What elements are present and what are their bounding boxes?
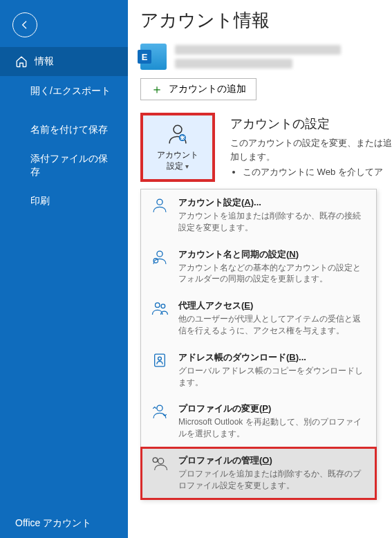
menu-item-manage-profile[interactable]: プロファイルの管理(O) プロファイルを追加または削除するか、既存のプロファイル… [141, 447, 376, 499]
sidebar-item-open-export[interactable]: 開く/エクスポート [0, 76, 128, 105]
account-type-blurred [175, 59, 292, 68]
menu-item-delegate[interactable]: 代理人アクセス(E) 他のユーザーが代理人としてアイテムの受信と返信を行えるよう… [141, 293, 376, 344]
svg-point-8 [158, 357, 162, 360]
account-email-blurred [175, 45, 341, 55]
person-sync-icon [151, 248, 170, 286]
sidebar-label-info: 情報 [35, 55, 54, 68]
back-arrow-icon [19, 19, 30, 30]
profile-switch-icon [151, 402, 170, 440]
back-button[interactable] [12, 12, 37, 37]
menu-title-4: プロファイルの変更(P) [178, 402, 366, 415]
add-account-label: アカウントの追加 [169, 83, 246, 95]
svg-point-9 [157, 405, 162, 411]
svg-point-2 [157, 199, 162, 205]
menu-desc-3: グローバル アドレス帳のコピーをダウンロードします。 [178, 365, 366, 389]
people-icon [151, 299, 170, 337]
sidebar-item-office-account[interactable]: Office アカウント [0, 509, 128, 538]
profile-manage-icon [151, 454, 170, 492]
sidebar-item-save-as[interactable]: 名前を付けて保存 [0, 115, 128, 144]
plus-icon: ＋ [151, 83, 163, 95]
menu-title-3: アドレス帳のダウンロード(B)... [178, 351, 366, 364]
menu-item-name-sync[interactable]: アカウント名と同期の設定(N) アカウント名などの基本的なアカウントの設定とフォ… [141, 241, 376, 293]
add-account-button[interactable]: ＋ アカウントの追加 [140, 78, 256, 100]
svg-point-6 [161, 304, 165, 308]
section-title: アカウントの設定 [230, 115, 392, 132]
account-row [140, 44, 392, 70]
menu-title-0: アカウント設定(A)... [178, 196, 366, 209]
menu-title-5: プロファイルの管理(O) [178, 454, 366, 467]
svg-point-5 [156, 303, 160, 308]
sidebar-label-save-attachments: 添付ファイルの保存 [30, 153, 108, 176]
account-settings-description: アカウントの設定 このアカウントの設定を変更、または追加します。 このアカウント… [230, 113, 392, 182]
menu-item-change-profile[interactable]: プロファイルの変更(P) Microsoft Outlook を再起動して、別の… [141, 396, 376, 447]
person-icon [151, 196, 170, 234]
sidebar-item-print[interactable]: 印刷 [0, 186, 128, 215]
sidebar-label-save-as: 名前を付けて保存 [30, 124, 108, 135]
menu-item-address-book[interactable]: アドレス帳のダウンロード(B)... グローバル アドレス帳のコピーをダウンロー… [141, 344, 376, 396]
account-settings-dropdown-button[interactable]: アカウント 設定 [140, 113, 215, 182]
account-info [175, 45, 341, 68]
dropdown-button-label: アカウント 設定 [157, 150, 198, 171]
svg-point-3 [157, 251, 162, 257]
svg-point-4 [153, 258, 158, 263]
menu-title-2: 代理人アクセス(E) [178, 299, 366, 312]
menu-desc-4: Microsoft Outlook を再起動して、別のプロファイルを選択します。 [178, 416, 366, 440]
menu-title-1: アカウント名と同期の設定(N) [178, 248, 366, 261]
menu-desc-5: プロファイルを追加または削除するか、既存のプロファイル設定を変更します。 [178, 468, 366, 492]
sidebar-item-info[interactable]: 情報 [0, 47, 128, 76]
menu-desc-0: アカウントを追加または削除するか、既存の接続設定を変更します。 [178, 210, 366, 234]
account-settings-dropdown-menu: アカウント設定(A)... アカウントを追加または削除するか、既存の接続設定を変… [140, 189, 377, 500]
sidebar: 情報 開く/エクスポート 名前を付けて保存 添付ファイルの保存 印刷 Offic… [0, 0, 128, 538]
home-icon [15, 55, 28, 68]
menu-item-account-settings[interactable]: アカウント設定(A)... アカウントを追加または削除するか、既存の接続設定を変… [141, 189, 376, 241]
menu-desc-1: アカウント名などの基本的なアカウントの設定とフォルダーの同期の設定を更新します。 [178, 262, 366, 286]
person-gear-icon [166, 122, 189, 146]
sidebar-label-print: 印刷 [30, 195, 50, 206]
section-desc: このアカウントの設定を変更、または追加します。 [230, 136, 392, 163]
svg-point-10 [158, 458, 164, 464]
address-book-icon [151, 351, 170, 389]
main-content: アカウント情報 ＋ アカウントの追加 アカウント 設定 [128, 0, 392, 538]
menu-desc-2: 他のユーザーが代理人としてアイテムの受信と返信を行えるように、アクセス権を与えま… [178, 313, 366, 337]
section-bullet: このアカウントに Web を介してア [243, 166, 392, 178]
sidebar-label-open-export: 開く/エクスポート [30, 85, 111, 96]
sidebar-label-office-account: Office アカウント [15, 517, 91, 528]
svg-point-0 [174, 126, 182, 134]
account-settings-section: アカウント 設定 アカウントの設定 このアカウントの設定を変更、または追加します… [140, 113, 392, 182]
sidebar-item-save-attachments[interactable]: 添付ファイルの保存 [0, 144, 128, 185]
page-title: アカウント情報 [128, 8, 392, 44]
exchange-icon [140, 44, 167, 70]
